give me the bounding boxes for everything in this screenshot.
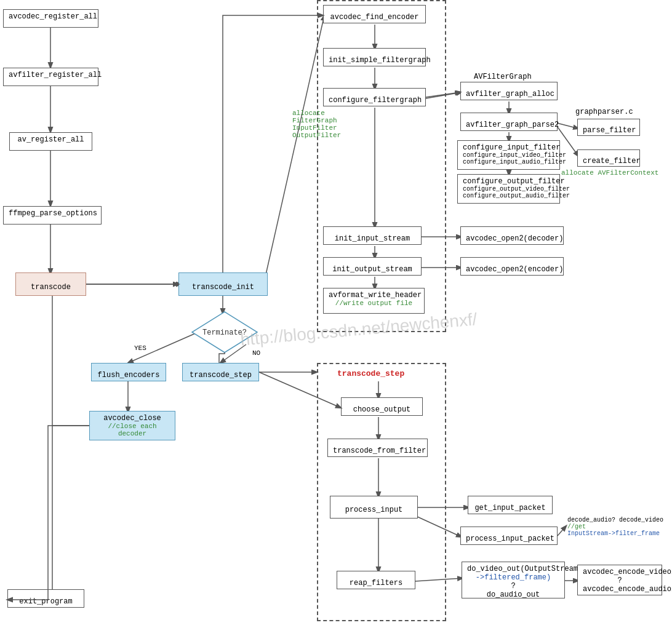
avfiltergraph-label: AVFilterGraph <box>474 73 532 81</box>
transcode-step-box: transcode_step <box>182 363 259 381</box>
graphparser-label: graphparser.c <box>575 108 633 116</box>
avcodec-open2-decoder-box: avcodec_open2(decoder) <box>460 226 564 245</box>
get-input-packet-box: get_input_packet <box>468 496 553 514</box>
transcode-init-box: transcode_init <box>178 272 268 296</box>
transcode-from-filter-box: transcode_from_filter <box>327 439 428 457</box>
decode-audio-label: decode_audio? decode_video //get InputSt… <box>567 517 663 537</box>
avformat-write-header-box: avformat_write_header //write output fil… <box>323 288 425 314</box>
terminate-diamond: Terminate? <box>191 311 258 354</box>
configure-filtergraph-box: configure_filtergraph <box>323 88 426 106</box>
configure-output-filter-box: configure_output_filter configure_output… <box>457 174 560 204</box>
transcode-box: transcode <box>15 272 86 296</box>
avcodec-find-encoder-box: avcodec_find_encoder <box>323 5 426 23</box>
flowchart-diagram: http://blog.csdn.net/newchenxf/ <box>0 0 672 628</box>
svg-text:Terminate?: Terminate? <box>202 328 247 337</box>
avcodec-close-box: avcodec_close //close each decoder <box>89 411 175 440</box>
configure-input-filter-box: configure_input_filter configure_input_v… <box>457 140 560 170</box>
init-input-stream-box: init_input_stream <box>323 226 422 245</box>
svg-line-40 <box>558 526 566 536</box>
process-input-box: process_input <box>330 496 418 519</box>
yes-label: YES <box>134 344 146 352</box>
avfilter-graph-parse2-box: avfilter_graph_parse2 <box>460 113 558 131</box>
create-filter-box: create_filter <box>577 149 640 167</box>
flush-encoders-box: flush_encoders <box>91 363 166 381</box>
avfilter-graph-alloc-box: avfilter_graph_alloc <box>460 82 558 100</box>
choose-output-box: choose_output <box>341 397 423 416</box>
ffmpeg-parse-options-box: ffmpeg_parse_options <box>3 206 102 225</box>
avcodec-encode-box: avcodec_encode_video2 ? avcodec_encode_a… <box>577 565 662 595</box>
exit-program-box: exit_program <box>7 589 84 608</box>
avfilter-register-all-box: avfilter_register_all <box>3 68 98 86</box>
svg-line-23 <box>557 123 578 129</box>
do-video-out-box: do_video_out(OutputStream ->filtered_fra… <box>462 562 565 598</box>
avcodec-register-all-box: avcodec_register_all <box>3 9 98 28</box>
reap-filters-box: reap_filters <box>337 571 415 589</box>
av-register-all-box: av_register_all <box>9 132 92 151</box>
no-label: NO <box>252 349 260 357</box>
avcodec-open2-encoder-box: avcodec_open2(encoder) <box>460 257 564 276</box>
transcode-step-label: transcode_step <box>337 369 404 378</box>
init-output-stream-box: init_output_stream <box>323 257 422 276</box>
allocate-label: allocate FilterGraph InputFilter OutputF… <box>292 109 341 139</box>
parse-filter-box: parse_filter <box>577 119 640 136</box>
init-simple-filtergraph-box: init_simple_filtergraph <box>323 48 426 66</box>
svg-line-13 <box>265 15 324 280</box>
allocate-avfiltercontext-label: allocate AVFilterContext <box>561 169 658 177</box>
process-input-packet-box: process_input_packet <box>460 527 558 545</box>
